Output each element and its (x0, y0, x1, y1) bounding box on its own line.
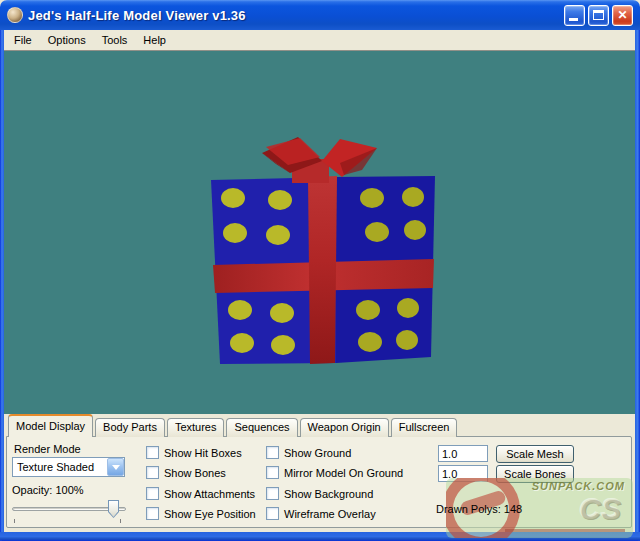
checkbox-label: Mirror Model On Ground (284, 467, 403, 479)
slider-tick-end (120, 519, 121, 523)
checkbox-icon (146, 446, 159, 459)
ribbon-vertical (308, 176, 337, 364)
scale-mesh-input[interactable] (438, 445, 488, 462)
model-viewport[interactable] (4, 51, 635, 414)
checkbox-label: Show Hit Boxes (164, 447, 242, 459)
checkbox-show-background[interactable]: Show Background (266, 486, 373, 501)
close-button[interactable]: ✕ (612, 5, 633, 26)
app-icon (7, 7, 23, 23)
checkbox-icon (146, 487, 159, 500)
control-panel: Model Display Body Parts Textures Sequen… (4, 414, 635, 532)
checkbox-icon (146, 466, 159, 479)
tab-strip: Model Display Body Parts Textures Sequen… (8, 414, 459, 437)
window-border-left (0, 30, 4, 541)
checkbox-icon (146, 507, 159, 520)
checkbox-show-attachments[interactable]: Show Attachments (146, 486, 255, 501)
render-mode-value: Texture Shaded (13, 458, 107, 476)
checkbox-show-hit-boxes[interactable]: Show Hit Boxes (146, 445, 242, 460)
menu-help[interactable]: Help (135, 31, 174, 49)
slider-thumb[interactable] (108, 500, 119, 518)
checkbox-label: Show Attachments (164, 488, 255, 500)
chevron-down-icon (112, 465, 120, 470)
tab-weapon-origin[interactable]: Weapon Origin (300, 418, 389, 437)
scale-bones-input[interactable] (438, 465, 488, 482)
minimize-icon (569, 18, 578, 21)
minimize-button[interactable] (564, 5, 585, 26)
tab-model-display[interactable]: Model Display (8, 414, 93, 437)
checkbox-label: Show Bones (164, 467, 226, 479)
tab-sequences[interactable]: Sequences (226, 418, 297, 437)
checkbox-label: Show Ground (284, 447, 351, 459)
checkbox-show-bones[interactable]: Show Bones (146, 465, 226, 480)
dropdown-button[interactable] (107, 458, 124, 476)
checkbox-icon (266, 446, 279, 459)
checkbox-icon (266, 507, 279, 520)
tab-fullscreen[interactable]: Fullscreen (391, 418, 458, 437)
checkbox-show-ground[interactable]: Show Ground (266, 445, 351, 460)
slider-tick-start (14, 519, 15, 523)
checkbox-mirror-model-on-ground[interactable]: Mirror Model On Ground (266, 465, 403, 480)
checkbox-label: Show Eye Position (164, 508, 256, 520)
bow (262, 137, 377, 183)
slider-thumb-face (109, 501, 118, 517)
scale-bones-button[interactable]: Scale Bones (496, 465, 574, 483)
tab-body-parts[interactable]: Body Parts (95, 418, 165, 437)
maximize-icon (593, 10, 604, 20)
scale-mesh-button[interactable]: Scale Mesh (496, 445, 574, 463)
menu-file[interactable]: File (6, 31, 40, 49)
drawn-polys-status: Drawn Polys: 148 (436, 503, 522, 515)
menu-tools[interactable]: Tools (94, 31, 136, 49)
opacity-slider[interactable] (12, 500, 126, 522)
checkbox-icon (266, 487, 279, 500)
window-title: Jed's Half-Life Model Viewer v1.36 (28, 8, 246, 23)
checkbox-label: Wireframe Overlay (284, 508, 376, 520)
window-border-bottom (0, 532, 640, 541)
menu-bar: File Options Tools Help (4, 30, 635, 51)
maximize-button[interactable] (588, 5, 609, 26)
gift-box-model (4, 51, 635, 414)
window-border-right (635, 30, 640, 541)
tab-textures[interactable]: Textures (167, 418, 225, 437)
render-mode-label: Render Mode (14, 443, 81, 455)
checkbox-icon (266, 466, 279, 479)
render-mode-dropdown[interactable]: Texture Shaded (12, 457, 125, 477)
app-window: Jed's Half-Life Model Viewer v1.36 ✕ Fil… (0, 0, 640, 541)
checkbox-label: Show Background (284, 488, 373, 500)
opacity-label: Opacity: 100% (12, 484, 84, 496)
menu-options[interactable]: Options (40, 31, 94, 49)
checkbox-show-eye-position[interactable]: Show Eye Position (146, 506, 256, 521)
checkbox-wireframe-overlay[interactable]: Wireframe Overlay (266, 506, 376, 521)
title-bar[interactable]: Jed's Half-Life Model Viewer v1.36 ✕ (0, 0, 640, 30)
